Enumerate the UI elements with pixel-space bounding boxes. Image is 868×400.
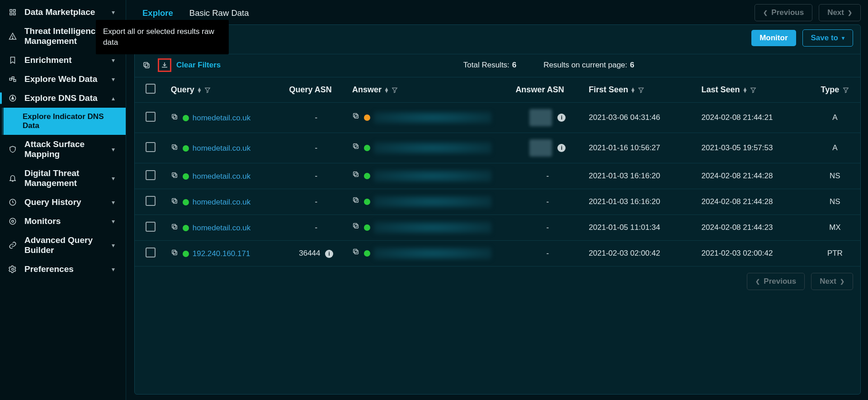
status-dot — [183, 115, 189, 121]
copy-icon[interactable] — [171, 249, 178, 256]
col-label: Query ASN — [289, 85, 331, 94]
copy-icon[interactable] — [171, 171, 178, 179]
info-icon[interactable]: i — [557, 114, 566, 122]
cell-last-seen: 2024-02-08 21:44:28 — [697, 163, 810, 189]
redacted-answer — [374, 247, 491, 260]
row-checkbox[interactable] — [135, 163, 166, 189]
col-label: First Seen — [589, 85, 628, 95]
row-checkbox[interactable] — [135, 215, 166, 241]
cell-type: PTR — [810, 241, 860, 267]
col-label: Type — [821, 85, 840, 95]
redacted-answer — [374, 221, 491, 234]
query-link[interactable]: homedetail.co.uk — [193, 114, 251, 122]
sidebar-item-query-history[interactable]: Query History ▾ — [0, 193, 126, 212]
col-query-asn[interactable]: Query ASN — [284, 77, 348, 103]
clear-filters-link[interactable]: Clear Filters — [176, 61, 221, 70]
query-link[interactable]: homedetail.co.uk — [193, 224, 251, 232]
cell-query-asn: - — [284, 189, 348, 215]
status-dot — [183, 173, 189, 180]
copy-icon[interactable] — [352, 222, 359, 229]
export-button[interactable] — [158, 59, 171, 71]
sidebar-subitem-explore-indicator-dns[interactable]: Explore Indicator DNS Data — [2, 108, 126, 135]
sidebar-item-explore-dns[interactable]: Explore DNS Data ▴ — [0, 89, 126, 108]
cell-query-asn: - — [284, 103, 348, 133]
monitor-button[interactable]: Monitor — [751, 30, 796, 46]
results-block: Total Results: 6 Results on current page… — [463, 61, 634, 70]
status-dot — [364, 224, 370, 231]
query-link[interactable]: homedetail.co.uk — [193, 198, 251, 206]
next-button[interactable]: Next ❯ — [819, 4, 861, 21]
compass-icon — [7, 94, 18, 102]
col-query[interactable]: Query ▴▾ — [166, 77, 285, 103]
sidebar-item-attack-surface[interactable]: Attack Surface Mapping ▾ — [0, 135, 126, 164]
status-dot — [364, 145, 370, 151]
checkbox-icon — [146, 84, 156, 94]
sidebar-item-preferences[interactable]: Preferences ▾ — [0, 260, 126, 279]
results-table: Query ▴▾ Query ASN Answer ▴▾ — [135, 77, 860, 267]
svg-rect-2 — [10, 13, 12, 15]
row-checkbox[interactable] — [135, 241, 166, 267]
status-dot — [183, 225, 189, 231]
copy-icon[interactable] — [171, 143, 178, 151]
filter-icon — [843, 87, 849, 93]
main-area: Explore Basic Raw Data ❮ Previous Next ❯… — [126, 0, 868, 400]
query-link[interactable]: 192.240.160.171 — [193, 249, 250, 258]
col-answer-asn[interactable]: Answer ASN — [511, 77, 584, 103]
svg-rect-30 — [354, 144, 357, 148]
cell-query-asn: - — [284, 133, 348, 163]
query-link[interactable]: homedetail.co.uk — [193, 172, 251, 181]
copy-icon[interactable] — [352, 171, 359, 178]
query-asn-value: - — [315, 197, 317, 206]
col-first-seen[interactable]: First Seen ▴▾ — [584, 77, 697, 103]
copy-icon[interactable] — [171, 223, 178, 230]
sidebar-item-advanced-query[interactable]: Advanced Query Builder ▾ — [0, 231, 126, 260]
svg-rect-28 — [172, 144, 175, 148]
sort-icon: ▴▾ — [744, 87, 746, 93]
last-seen-value: 2021-02-03 02:00:42 — [702, 249, 773, 257]
copy-icon[interactable] — [352, 112, 359, 119]
query-link[interactable]: homedetail.co.uk — [193, 144, 251, 152]
copy-all-button[interactable] — [140, 59, 153, 71]
svg-rect-40 — [172, 224, 175, 228]
info-icon[interactable]: i — [325, 250, 333, 258]
col-answer[interactable]: Answer ▴▾ — [348, 77, 511, 103]
sidebar-item-explore-web[interactable]: Explore Web Data ▾ — [0, 70, 126, 89]
row-checkbox[interactable] — [135, 133, 166, 163]
sidebar-item-digital-threat[interactable]: Digital Threat Management ▾ — [0, 164, 126, 193]
redacted-answer — [374, 195, 491, 208]
info-icon[interactable]: i — [557, 144, 566, 152]
sidebar-item-data-marketplace[interactable]: Data Marketplace ▾ — [0, 3, 126, 22]
svg-rect-17 — [144, 62, 148, 67]
col-label: Last Seen — [702, 85, 740, 95]
previous-button[interactable]: ❮ Previous — [755, 4, 812, 21]
cell-query: homedetail.co.uk — [166, 163, 285, 189]
checkbox-icon — [146, 112, 156, 122]
copy-icon[interactable] — [171, 197, 178, 205]
filter-icon — [392, 87, 398, 93]
svg-rect-27 — [173, 146, 177, 149]
copy-icon[interactable] — [171, 113, 178, 120]
row-checkbox[interactable] — [135, 189, 166, 215]
first-seen-value: 2021-03-06 04:31:46 — [589, 113, 660, 122]
col-type[interactable]: Type — [810, 77, 860, 103]
sidebar-item-monitors[interactable]: Monitors ▾ — [0, 212, 126, 231]
footer-previous-button[interactable]: ❮ Previous — [747, 273, 805, 290]
bell-icon — [7, 174, 18, 182]
sidebar-item-label: Preferences — [24, 264, 112, 274]
copy-icon[interactable] — [352, 196, 359, 204]
copy-icon[interactable] — [352, 248, 359, 255]
first-seen-value: 2021-02-03 02:00:42 — [589, 249, 660, 257]
save-to-button[interactable]: Save to ▾ — [802, 29, 853, 47]
type-value: A — [832, 143, 837, 152]
row-checkbox[interactable] — [135, 103, 166, 133]
col-last-seen[interactable]: Last Seen ▴▾ — [697, 77, 810, 103]
redacted-answer — [374, 170, 491, 182]
col-select[interactable] — [135, 77, 166, 103]
copy-icon[interactable] — [352, 143, 359, 150]
link-icon — [7, 241, 18, 249]
svg-point-13 — [9, 218, 16, 224]
type-value: NS — [830, 197, 840, 206]
footer-next-button[interactable]: Next ❯ — [811, 273, 853, 290]
filter-icon — [638, 87, 644, 93]
cell-type: MX — [810, 215, 860, 241]
